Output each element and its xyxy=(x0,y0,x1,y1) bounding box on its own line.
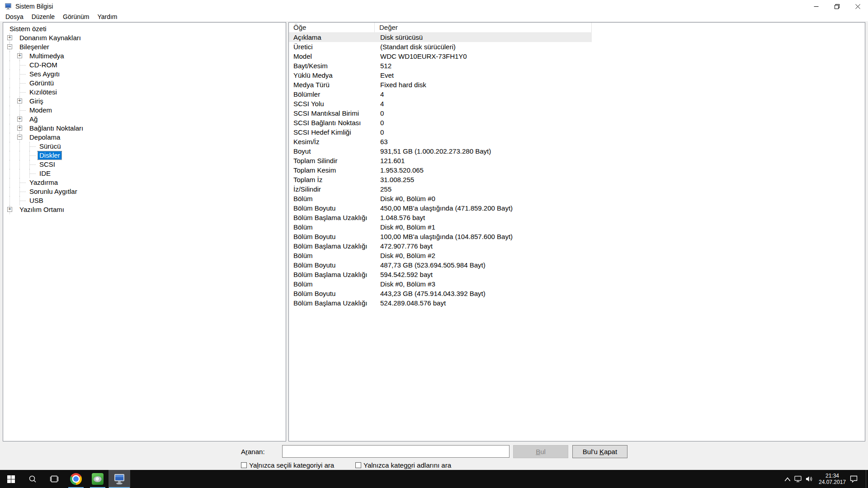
start-button[interactable] xyxy=(0,470,22,488)
taskbar-system-info-button[interactable] xyxy=(108,470,130,488)
table-row[interactable]: Bölüm Başlama Uzaklığı472.907.776 bayt xyxy=(289,241,592,251)
tree-item-label[interactable]: Yazdırma xyxy=(28,178,59,187)
table-row[interactable]: Bölüm Başlama Uzaklığı1.048.576 bayt xyxy=(289,213,592,222)
table-row[interactable]: Boyut931,51 GB (1.000.202.273.280 Bayt) xyxy=(289,146,592,156)
tree-item-label[interactable]: Depolama xyxy=(28,133,61,141)
tree-item-label[interactable]: Görüntü xyxy=(28,79,55,87)
taskbar-partition-tool-button[interactable] xyxy=(87,470,108,488)
table-row[interactable]: Bölümler4 xyxy=(289,89,592,99)
search-input[interactable] xyxy=(282,445,509,458)
expand-icon[interactable]: + xyxy=(7,35,12,40)
table-row[interactable]: SCSI Hedef Kimliği0 xyxy=(289,127,592,137)
column-header-item[interactable]: Öğe xyxy=(289,23,375,33)
table-row[interactable]: ModelWDC WD10EURX-73FH1Y0 xyxy=(289,52,592,61)
table-row[interactable]: Toplam Kesim1.953.520.065 xyxy=(289,165,592,175)
task-view-button[interactable] xyxy=(43,470,65,488)
table-row[interactable]: Üretici(Standart disk sürücüleri) xyxy=(289,42,592,52)
search-selected-category-checkbox[interactable]: Yalnızca seçili kategoriyi ara xyxy=(241,461,334,469)
search-category-names-checkbox[interactable]: Yalnızca kategori adlarını ara xyxy=(355,461,451,469)
table-row[interactable]: SCSI Mantıksal Birimi0 xyxy=(289,108,592,118)
tree-item[interactable]: CD-ROM xyxy=(3,61,286,70)
tray-expand-chevron-icon[interactable] xyxy=(784,476,791,483)
tree-item-label[interactable]: Multimedya xyxy=(28,52,66,60)
tree-item-label[interactable]: Sistem özeti xyxy=(8,25,48,33)
restore-button[interactable] xyxy=(826,0,847,13)
tree-item-label[interactable]: Kızılötesi xyxy=(28,88,58,96)
taskbar-chrome-button[interactable] xyxy=(65,470,87,488)
table-row[interactable]: BölümDisk #0, Bölüm #0 xyxy=(289,194,592,203)
table-row[interactable]: BölümDisk #0, Bölüm #3 xyxy=(289,279,592,289)
tree-item-label[interactable]: Diskler xyxy=(38,151,61,160)
tree-item-label[interactable]: Ses Aygıtı xyxy=(28,70,61,78)
table-row[interactable]: Bölüm Boyutu487,73 GB (523.694.505.984 B… xyxy=(289,260,592,270)
minimize-button[interactable] xyxy=(806,0,826,13)
tree-item[interactable]: +Ağ xyxy=(3,115,286,124)
tree-item-label[interactable]: IDE xyxy=(38,169,52,178)
table-row[interactable]: BölümDisk #0, Bölüm #2 xyxy=(289,251,592,260)
tree-item[interactable]: USB xyxy=(3,196,286,205)
table-row[interactable]: Bölüm Boyutu450,00 MB'a ulaştığında (471… xyxy=(289,203,592,213)
tree-item[interactable]: Kızılötesi xyxy=(3,88,286,97)
tree-item[interactable]: +Bağlantı Noktaları xyxy=(3,124,286,133)
table-row[interactable]: AçıklamaDisk sürücüsü xyxy=(289,33,592,42)
tree-item[interactable]: +Giriş xyxy=(3,97,286,106)
expand-icon[interactable]: + xyxy=(17,99,22,103)
menu-item-0[interactable]: Dosya xyxy=(1,13,28,21)
table-row[interactable]: Bölüm Boyutu443,23 GB (475.914.043.392 B… xyxy=(289,289,592,298)
action-center-icon[interactable] xyxy=(850,475,858,483)
tree-item-label[interactable]: Bileşenler xyxy=(18,43,51,51)
menu-item-1[interactable]: Düzenle xyxy=(28,13,59,21)
table-row[interactable]: Bölüm Başlama Uzaklığı524.289.048.576 ba… xyxy=(289,298,592,308)
tree-item-label[interactable]: Donanım Kaynakları xyxy=(18,34,82,42)
close-find-button[interactable]: Bul'u Kapat xyxy=(572,445,627,458)
table-row[interactable]: Toplam İz31.008.255 xyxy=(289,175,592,184)
tree-item[interactable]: Sürücü xyxy=(3,142,286,151)
tree-item[interactable]: −Bileşenler xyxy=(3,42,286,52)
network-icon[interactable] xyxy=(794,475,802,483)
table-row[interactable]: Kesim/İz63 xyxy=(289,137,592,146)
tree-item[interactable]: Sistem özeti xyxy=(3,24,286,33)
checkbox-icon[interactable] xyxy=(355,462,361,468)
tree-item-label[interactable]: Sorunlu Aygıtlar xyxy=(28,188,79,196)
tree-item-label[interactable]: Modem xyxy=(28,106,53,114)
tree-item-label[interactable]: Ağ xyxy=(28,115,39,123)
show-desktop-button[interactable] xyxy=(866,470,868,488)
column-header-value[interactable]: Değer xyxy=(375,23,592,33)
tree-item[interactable]: Yazdırma xyxy=(3,178,286,187)
volume-icon[interactable] xyxy=(806,475,813,483)
checkbox-icon[interactable] xyxy=(241,462,247,468)
table-row[interactable]: Bölüm Başlama Uzaklığı594.542.592 bayt xyxy=(289,270,592,279)
tree-item[interactable]: IDE xyxy=(3,169,286,178)
expand-icon[interactable]: + xyxy=(17,126,22,131)
tree-item[interactable]: Diskler xyxy=(3,151,286,160)
table-row[interactable]: İz/Silindir255 xyxy=(289,184,592,194)
tree-item[interactable]: +Donanım Kaynakları xyxy=(3,33,286,42)
table-row[interactable]: SCSI Yolu4 xyxy=(289,99,592,108)
expand-icon[interactable]: + xyxy=(17,117,22,122)
tree-item[interactable]: +Yazılım Ortamı xyxy=(3,205,286,214)
tree-item-label[interactable]: Bağlantı Noktaları xyxy=(28,124,85,132)
collapse-icon[interactable]: − xyxy=(17,135,22,140)
taskbar-search-button[interactable] xyxy=(22,470,43,488)
tree-item[interactable]: Sorunlu Aygıtlar xyxy=(3,187,286,196)
table-row[interactable]: Toplam Silindir121.601 xyxy=(289,156,592,165)
menu-item-3[interactable]: Yardım xyxy=(93,13,121,21)
tree-item[interactable]: −Depolama xyxy=(3,133,286,142)
tree-item-label[interactable]: CD-ROM xyxy=(28,61,59,69)
table-row[interactable]: BölümDisk #0, Bölüm #1 xyxy=(289,222,592,232)
table-row[interactable]: Medya TürüFixed hard disk xyxy=(289,80,592,89)
table-row[interactable]: Yüklü MedyaEvet xyxy=(289,70,592,80)
menu-item-2[interactable]: Görünüm xyxy=(59,13,93,21)
tree-item-label[interactable]: Sürücü xyxy=(38,142,62,150)
tree-item[interactable]: SCSI xyxy=(3,160,286,169)
tree-item-label[interactable]: Yazılım Ortamı xyxy=(18,206,66,214)
tree-item-label[interactable]: Giriş xyxy=(28,97,45,105)
find-button[interactable]: Bul xyxy=(513,445,568,458)
tree-item[interactable]: +Multimedya xyxy=(3,52,286,61)
tree-item[interactable]: Modem xyxy=(3,106,286,115)
table-row[interactable]: Bayt/Kesim512 xyxy=(289,61,592,70)
close-button[interactable] xyxy=(847,0,868,13)
collapse-icon[interactable]: − xyxy=(7,44,12,49)
tree-item[interactable]: Ses Aygıtı xyxy=(3,70,286,79)
taskbar-clock[interactable]: 21:34 24.07.2017 xyxy=(816,473,848,485)
